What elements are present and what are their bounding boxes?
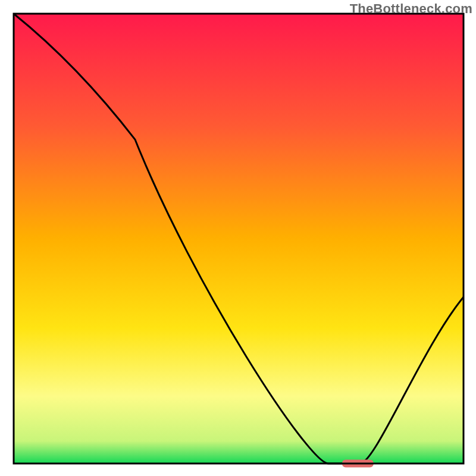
chart-container: { "watermark": "TheBottleneck.com", "cha… bbox=[0, 0, 476, 476]
bottleneck-chart bbox=[0, 0, 476, 476]
chart-background-gradient bbox=[14, 14, 464, 464]
watermark-text: TheBottleneck.com bbox=[350, 1, 472, 17]
